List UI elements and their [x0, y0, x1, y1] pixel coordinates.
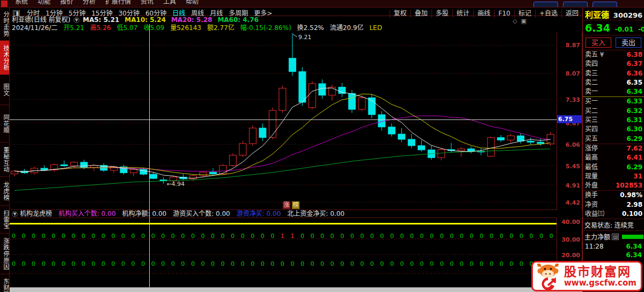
split-window-icon[interactable]: ◨	[13, 10, 20, 16]
quote-row[interactable]: 买五6.29	[583, 134, 644, 144]
menu-item-扩展行情[interactable]: 扩展行情	[105, 0, 131, 5]
menu-item-系统[interactable]: 系统	[15, 0, 28, 5]
menu-item-帮助[interactable]: 帮助	[186, 0, 199, 5]
quote-row[interactable]: 现量31	[583, 172, 644, 181]
svg-text:0: 0	[201, 260, 204, 267]
price-change-pct: -0.16%	[638, 26, 644, 33]
sidebar-item-董秘互动[interactable]: 董秘互动	[0, 143, 10, 177]
svg-text:0: 0	[400, 233, 404, 239]
ma-label: MA20: 5.28	[171, 16, 213, 24]
quote-row[interactable]: 最高6.41	[583, 153, 644, 162]
sidebar-item-技术分析[interactable]: 技术分析	[0, 41, 10, 75]
svg-text:0: 0	[151, 233, 155, 239]
last-price: 6.34	[585, 22, 610, 34]
menu-item-分析[interactable]: 分析	[83, 0, 96, 5]
quote-row[interactable]: 净资2.98	[583, 200, 644, 209]
sidebar-item-龙虎榜[interactable]: 龙虎榜	[0, 177, 10, 206]
info-segment: 量526143	[170, 24, 201, 32]
sidebar-item-分时走势[interactable]: 分时走势	[0, 8, 10, 41]
period-toolbar: ◨ 分时1分钟5分钟15分钟30分钟60分钟日线周线月线多周期更多> 复权叠加多…	[10, 8, 582, 16]
quote-row[interactable]: 外盘102853	[583, 181, 644, 190]
quote-label: 买五	[585, 134, 598, 144]
horizontal-scrollbar[interactable]	[10, 287, 582, 292]
indicator-tick: 30.00	[561, 236, 580, 243]
quote-row[interactable]: 买一6.33	[583, 97, 644, 106]
sell-button[interactable]: 卖出	[616, 38, 641, 48]
price-row: 6.34 -0.01 -0.16%	[583, 20, 644, 35]
svg-text:0: 0	[221, 233, 225, 239]
svg-text:0: 0	[221, 260, 225, 267]
svg-text:0: 0	[539, 233, 543, 239]
menu-item-功能[interactable]: 功能	[38, 0, 50, 5]
site-name: 股市财富网	[564, 265, 636, 279]
candlestick-chart[interactable]: 9.21←4.94	[10, 32, 557, 210]
stock-name: 利亚德	[585, 10, 609, 20]
quote-row[interactable]: 卖五 ¥6.38	[583, 50, 644, 59]
info-segment: 收5.09	[143, 24, 164, 32]
list-icon[interactable]: ▤	[612, 234, 619, 240]
quote-row[interactable]: 买二6.32	[583, 107, 644, 116]
quote-row[interactable]: 卖二6.35	[583, 78, 644, 87]
svg-text:0: 0	[350, 233, 354, 239]
quote-row[interactable]: 买三6.31	[583, 116, 644, 125]
quote-row[interactable]: 卖一6.34	[583, 87, 644, 96]
menu-item-报价[interactable]: 报价	[60, 0, 73, 5]
quote-row[interactable]: 涨停7.62	[583, 144, 644, 153]
top-bar-button[interactable]	[592, 2, 617, 8]
sidebar-item-同花顺10[interactable]: 同花顺10	[0, 105, 10, 143]
svg-text:0: 0	[231, 260, 235, 267]
sidebar-item-涨跌停原因[interactable]: 涨跌停原因	[0, 234, 10, 274]
svg-text:0: 0	[480, 260, 484, 267]
site-url: www.gscfw.com	[564, 279, 636, 288]
chevron-down-icon[interactable]: ▼	[12, 211, 18, 217]
quote-row[interactable]: 最低6.29	[583, 163, 644, 172]
svg-text:0: 0	[510, 233, 514, 239]
svg-text:0: 0	[161, 233, 165, 239]
menu-item-资讯[interactable]: 资讯	[141, 0, 153, 5]
quote-row[interactable]: 卖三6.36	[583, 69, 644, 78]
svg-text:0: 0	[141, 260, 145, 267]
svg-text:0: 0	[370, 260, 374, 267]
top-bar-button[interactable]	[533, 2, 558, 8]
svg-text:0: 0	[161, 260, 165, 267]
quote-value: 6.34	[626, 87, 642, 96]
ma-label: MA10: 5.24	[125, 16, 166, 24]
quote-row[interactable]: 收益㈢0.100	[583, 209, 644, 219]
svg-text:0: 0	[331, 260, 334, 267]
quote-row[interactable]: 买四6.30	[583, 125, 644, 134]
info-segment: 流通20.9亿	[330, 24, 364, 32]
tool-返回[interactable]: 返回	[561, 10, 582, 18]
svg-text:0: 0	[22, 233, 26, 239]
quote-label: 卖四	[585, 59, 598, 69]
stats-rows: 涨停7.62最高6.41最低6.29现量31外盘102853	[583, 144, 644, 190]
quote-value: 2.98	[626, 200, 642, 209]
buy-button[interactable]: 买入	[586, 38, 611, 48]
indicator-pane[interactable]: 0000000000000000000000000001100000000000…	[10, 218, 557, 287]
buy-quote-rows: 买一6.33买二6.32买三6.31买四6.30买五6.29	[583, 97, 644, 143]
svg-text:0: 0	[410, 233, 414, 239]
top-bar-button[interactable]	[563, 2, 588, 8]
svg-text:0: 0	[211, 233, 215, 239]
quote-row[interactable]: 卖四6.37	[583, 59, 644, 69]
quote-row[interactable]: 换手0.98%	[583, 191, 644, 200]
ma-label: MA5: 5.21	[83, 16, 119, 24]
svg-text:0: 0	[181, 233, 185, 239]
indicator-values: 机构龙虎榜机构买入个数: 0.00机构净额: 0.00游资买入个数: 0.00游…	[20, 210, 351, 218]
svg-text:0: 0	[71, 260, 75, 267]
tape-price: 6.34	[626, 251, 642, 259]
svg-text:0: 0	[270, 233, 274, 239]
svg-text:0: 0	[489, 233, 493, 239]
svg-text:0: 0	[390, 233, 394, 239]
quote-value: 31	[633, 172, 642, 181]
svg-text:0: 0	[440, 260, 444, 267]
svg-text:0: 0	[270, 260, 274, 267]
sidebar-item-图文10[interactable]: 图文10	[0, 75, 10, 105]
sidebar-item-东财股吧[interactable]: 东财股吧	[0, 274, 10, 292]
quote-value: 6.30	[626, 125, 642, 134]
menu-item-工具[interactable]: 工具	[163, 0, 176, 5]
svg-text:0: 0	[301, 260, 304, 267]
stock-code: 300296	[613, 11, 642, 19]
chevron-down-icon[interactable]: ▼	[74, 17, 79, 23]
svg-text:0: 0	[519, 233, 523, 239]
sidebar-item-扫雷宝[interactable]: 扫雷宝	[0, 206, 10, 234]
